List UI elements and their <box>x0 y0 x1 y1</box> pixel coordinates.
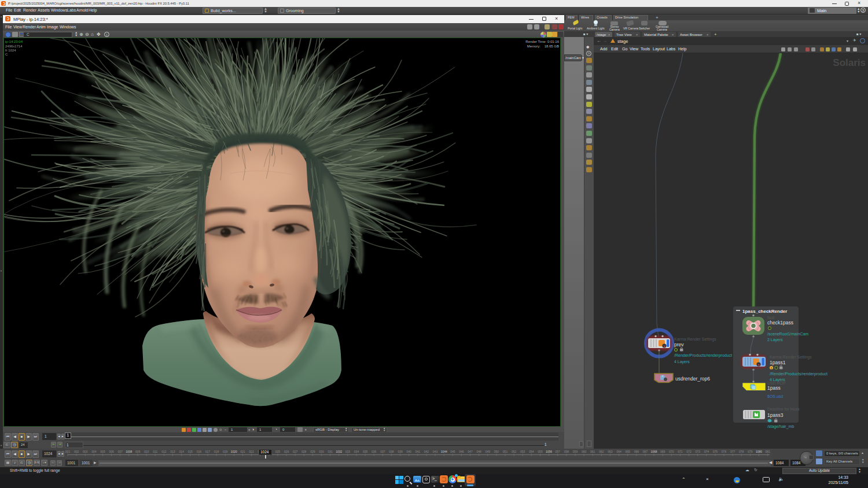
svg-text:005: 005 <box>100 450 105 453</box>
svg-text:002: 002 <box>74 450 79 453</box>
svg-text:1068: 1068 <box>650 450 657 453</box>
svg-text:USD ROP: USD ROP <box>767 381 786 385</box>
svg-text:062: 062 <box>599 450 604 453</box>
svg-text:1pass1: 1pass1 <box>770 360 786 365</box>
svg-text:051: 051 <box>503 450 508 453</box>
svg-text:015: 015 <box>188 450 193 453</box>
svg-text:075: 075 <box>713 450 718 453</box>
svg-text:1044: 1044 <box>441 450 447 453</box>
svg-text:016: 016 <box>197 450 202 453</box>
svg-text:/stage/hair_mb: /stage/hair_mb <box>767 424 794 429</box>
svg-text:2 Layers: 2 Layers <box>767 338 783 342</box>
svg-text:1008: 1008 <box>126 450 132 453</box>
svg-text:check1pass: check1pass <box>767 320 793 326</box>
svg-text:1pass: 1pass <box>767 385 781 391</box>
svg-text:078: 078 <box>739 450 744 453</box>
svg-text:035: 035 <box>363 450 368 453</box>
svg-text:043: 043 <box>433 450 438 453</box>
svg-text:010: 010 <box>144 450 149 453</box>
svg-text:048: 048 <box>476 450 481 453</box>
svg-text:042: 042 <box>424 450 429 453</box>
svg-text:006: 006 <box>109 450 114 453</box>
svg-text:050: 050 <box>494 450 499 453</box>
svg-text:073: 073 <box>695 450 700 453</box>
svg-text:$OS.usd: $OS.usd <box>767 394 783 398</box>
svg-text:074: 074 <box>704 450 709 453</box>
svg-text:055: 055 <box>538 450 543 453</box>
svg-text:/sceneRoot1/mainCam: /sceneRoot1/mainCam <box>767 332 808 336</box>
svg-text:064: 064 <box>616 450 621 453</box>
svg-text:045: 045 <box>450 450 455 453</box>
svg-text:060: 060 <box>582 450 587 453</box>
svg-text:✕: ✕ <box>663 345 666 348</box>
svg-text:057: 057 <box>556 450 561 453</box>
svg-text:013: 013 <box>170 450 175 453</box>
svg-text:076: 076 <box>722 450 727 453</box>
svg-text:081: 081 <box>765 450 770 453</box>
svg-text:1pass3: 1pass3 <box>767 412 784 418</box>
svg-text:041: 041 <box>415 450 421 453</box>
svg-text:009: 009 <box>135 450 141 453</box>
svg-text:066: 066 <box>634 450 639 453</box>
svg-text:prev: prev <box>674 342 684 347</box>
svg-text:4 Layers: 4 Layers <box>674 360 690 364</box>
svg-text:021: 021 <box>240 450 245 453</box>
svg-text:049: 049 <box>486 450 491 453</box>
svg-text:059: 059 <box>573 450 578 453</box>
svg-text:Null: Null <box>767 316 775 320</box>
svg-text:069: 069 <box>660 450 665 453</box>
svg-text:039: 039 <box>398 450 403 453</box>
svg-text:017: 017 <box>205 450 211 453</box>
svg-text:027: 027 <box>293 450 298 453</box>
svg-text:014: 014 <box>179 450 184 453</box>
svg-text:065: 065 <box>626 450 631 453</box>
svg-text:029: 029 <box>310 450 315 453</box>
svg-text:054: 054 <box>529 450 534 453</box>
svg-text:072: 072 <box>686 450 692 453</box>
svg-text:019: 019 <box>223 450 228 453</box>
svg-text:Solaris: Solaris <box>833 57 866 68</box>
svg-text:/Render/Products/renderproduct: /Render/Products/renderproduct <box>674 353 732 358</box>
svg-text:053: 053 <box>520 450 525 453</box>
svg-text:031: 031 <box>328 450 333 453</box>
svg-text:061: 061 <box>590 450 595 453</box>
svg-text:012: 012 <box>161 450 167 453</box>
svg-text:001: 001 <box>65 450 71 453</box>
svg-text:077: 077 <box>730 450 735 453</box>
svg-text:025: 025 <box>275 450 281 453</box>
svg-text:058: 058 <box>564 450 569 453</box>
svg-text:!: ! <box>771 367 772 370</box>
svg-text:☀: ☀ <box>661 375 664 378</box>
svg-text:026: 026 <box>284 450 289 453</box>
svg-text:011: 011 <box>153 450 157 453</box>
svg-text:034: 034 <box>354 450 359 453</box>
svg-text:030: 030 <box>319 450 324 453</box>
svg-text:047: 047 <box>468 450 473 453</box>
svg-text:✕: ✕ <box>757 363 760 367</box>
svg-text:052: 052 <box>512 450 517 453</box>
svg-text:040: 040 <box>407 450 412 453</box>
svg-text:028: 028 <box>301 450 307 453</box>
svg-text:079: 079 <box>748 450 753 453</box>
svg-text:067: 067 <box>643 450 648 453</box>
svg-text:Deadline for Husk: Deadline for Husk <box>767 407 800 411</box>
svg-text:1080: 1080 <box>756 450 762 453</box>
svg-text:063: 063 <box>608 450 613 453</box>
svg-text:033: 033 <box>345 450 351 453</box>
svg-text:038: 038 <box>389 450 394 453</box>
svg-text:022: 022 <box>249 450 254 453</box>
svg-text:004: 004 <box>91 450 97 453</box>
svg-text:1056: 1056 <box>546 450 552 453</box>
svg-text:037: 037 <box>380 450 385 453</box>
svg-text:003: 003 <box>83 450 88 453</box>
svg-text:/Render/Products/renderproduct: /Render/Products/renderproduct <box>770 372 827 376</box>
svg-text:036: 036 <box>372 450 377 453</box>
svg-text:046: 046 <box>459 450 464 453</box>
svg-text:1032: 1032 <box>336 450 342 453</box>
svg-text:usdrender_rop6: usdrender_rop6 <box>675 376 710 382</box>
svg-text:018: 018 <box>214 450 219 453</box>
svg-text:007: 007 <box>118 450 123 453</box>
svg-text:1pass_checkRender: 1pass_checkRender <box>742 309 787 314</box>
svg-text:070: 070 <box>669 450 674 453</box>
svg-text:1020: 1020 <box>231 450 237 453</box>
